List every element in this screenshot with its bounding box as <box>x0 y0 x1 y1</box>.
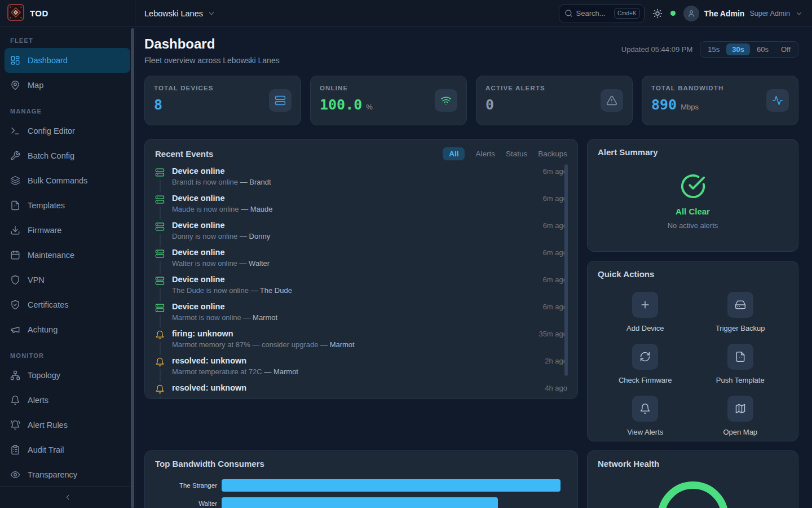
event-time: 6m ago <box>543 221 567 230</box>
list-item[interactable]: Device online6m ago Donny is now online … <box>155 220 567 247</box>
sidebar-item-templates[interactable]: Templates <box>5 193 130 218</box>
sidebar-nav: FLEET Dashboard Map MANAGE Config Editor… <box>0 27 135 486</box>
bandwidth-panel: Top Bandwidth Consumers The Stranger Wal… <box>144 450 578 508</box>
panel-title: Network Health <box>598 459 659 468</box>
list-item[interactable]: resolved: unknown4h ago <box>155 382 567 399</box>
page-title: Dashboard <box>144 36 280 52</box>
sidebar-item-batch-config[interactable]: Batch Config <box>5 143 130 168</box>
trigger-backup-button[interactable]: Trigger Backup <box>693 292 788 332</box>
sidebar-item-topology[interactable]: Topology <box>5 363 130 388</box>
sidebar-item-alert-rules[interactable]: Alert Rules <box>5 413 130 437</box>
list-item[interactable]: firing: unknown35m ago Marmot memory at … <box>155 328 567 355</box>
event-detail: Marmot is now online — Marmot <box>172 313 567 322</box>
stat-card-total-devices: TOTAL DEVICES 8 <box>144 76 301 125</box>
sidebar-item-firmware[interactable]: Firmware <box>5 218 130 243</box>
refresh-option-30s[interactable]: 30s <box>726 43 750 55</box>
event-time: 6m ago <box>543 303 567 311</box>
network-health-panel: Network Health 100 <box>587 450 798 508</box>
sidebar-item-label: Topology <box>28 371 60 380</box>
sidebar-item-alerts[interactable]: Alerts <box>5 388 130 413</box>
sidebar-item-dashboard[interactable]: Dashboard <box>5 48 130 73</box>
activity-icon <box>766 89 789 112</box>
list-item[interactable]: resolved: unknown2h ago Marmot temperatu… <box>155 355 567 382</box>
event-title: resolved: unknown <box>172 356 246 365</box>
file-icon <box>10 200 20 211</box>
panel-title: Alert Summary <box>598 147 658 157</box>
refresh-option-off[interactable]: Off <box>775 43 796 55</box>
page-content: Dashboard Fleet overview across Lebowski… <box>135 27 812 508</box>
event-time: 6m ago <box>543 248 567 257</box>
server-icon <box>155 301 165 315</box>
terminal-icon <box>10 126 20 136</box>
sidebar-item-achtung[interactable]: Achtung <box>5 317 130 342</box>
sidebar-item-transparency[interactable]: Transparency <box>5 462 130 486</box>
recent-events-panel: Recent Events All Alerts Status Backups <box>144 139 578 399</box>
search-box[interactable]: Cmd+K <box>559 4 645 23</box>
list-item[interactable]: Device online6m ago Maude is now online … <box>155 192 567 220</box>
events-scrollbar[interactable] <box>564 164 568 376</box>
sidebar-item-label: VPN <box>28 275 45 284</box>
sidebar-collapse-button[interactable] <box>0 486 135 508</box>
sidebar-item-config-editor[interactable]: Config Editor <box>5 119 130 143</box>
check-firmware-button[interactable]: Check Firmware <box>598 344 693 384</box>
tab-alerts[interactable]: Alerts <box>475 150 495 158</box>
sidebar-item-maintenance[interactable]: Maintenance <box>5 243 130 268</box>
logo-row: TOD <box>0 0 135 27</box>
sidebar-item-certificates[interactable]: Certificates <box>5 292 130 317</box>
tab-all[interactable]: All <box>443 147 465 160</box>
refresh-option-60s[interactable]: 60s <box>751 43 774 55</box>
sidebar-item-audit-trail[interactable]: Audit Trail <box>5 437 130 462</box>
sidebar-item-label: Alerts <box>28 396 48 405</box>
event-time: 6m ago <box>543 194 567 203</box>
sidebar-item-label: Map <box>28 81 43 90</box>
network-icon <box>10 370 20 380</box>
event-detail: Marmot memory at 87% — consider upgrade … <box>172 340 567 349</box>
search-input[interactable] <box>576 9 611 17</box>
sidebar-item-vpn[interactable]: VPN <box>5 268 130 292</box>
map-pin-icon <box>10 80 20 90</box>
list-item[interactable]: Device online6m ago Brandt is now online… <box>155 165 567 192</box>
event-detail: Brandt is now online — Brandt <box>172 178 567 186</box>
stat-value: 0 <box>486 97 494 113</box>
wifi-icon <box>435 89 457 112</box>
open-map-button[interactable]: Open Map <box>693 396 788 436</box>
event-filter-tabs: All Alerts Status Backups <box>443 147 567 160</box>
push-template-button[interactable]: Push Template <box>693 344 788 384</box>
event-title: Device online <box>172 275 224 284</box>
panel-title: Quick Actions <box>598 269 654 279</box>
event-title: firing: unknown <box>172 329 233 338</box>
list-item[interactable]: Device online6m ago Walter is now online… <box>155 247 567 274</box>
bell-icon <box>155 355 165 369</box>
user-menu[interactable]: The Admin Super Admin <box>683 6 803 21</box>
event-time: 35m ago <box>539 330 567 338</box>
list-item[interactable]: Device online6m ago The Dude is now onli… <box>155 274 567 301</box>
avatar <box>683 6 699 21</box>
event-time: 4h ago <box>545 384 567 392</box>
fleet-selector[interactable]: Lebowski Lanes <box>144 9 215 18</box>
alert-triangle-icon <box>601 89 623 112</box>
sidebar-item-map[interactable]: Map <box>5 73 130 98</box>
bandwidth-bar <box>222 497 498 508</box>
server-icon <box>155 165 165 179</box>
dashboard-icon <box>10 55 20 65</box>
tab-status[interactable]: Status <box>506 150 527 158</box>
refresh-option-15s[interactable]: 15s <box>702 43 725 55</box>
event-detail: Donny is now online — Donny <box>172 232 567 240</box>
event-title: Device online <box>172 221 224 230</box>
tab-backups[interactable]: Backups <box>538 150 567 158</box>
sidebar-scrollbar[interactable] <box>131 28 134 508</box>
view-alerts-button[interactable]: View Alerts <box>598 396 693 436</box>
plus-icon <box>632 292 658 318</box>
stat-label: TOTAL BANDWIDTH <box>651 85 723 91</box>
download-icon <box>10 225 20 235</box>
sidebar-item-label: Firmware <box>28 226 61 235</box>
add-device-button[interactable]: Add Device <box>598 292 693 332</box>
list-item[interactable]: Device online6m ago Marmot is now online… <box>155 301 567 328</box>
server-icon <box>155 192 165 207</box>
page-header: Dashboard Fleet overview across Lebowski… <box>144 36 798 65</box>
chevron-down-icon <box>208 10 215 17</box>
theme-toggle-button[interactable] <box>652 8 663 19</box>
main-area: Lebowski Lanes Cmd+K The Admin Super Adm… <box>135 0 812 508</box>
sidebar-item-bulk-commands[interactable]: Bulk Commands <box>5 168 130 193</box>
app-logo-icon <box>7 4 24 23</box>
